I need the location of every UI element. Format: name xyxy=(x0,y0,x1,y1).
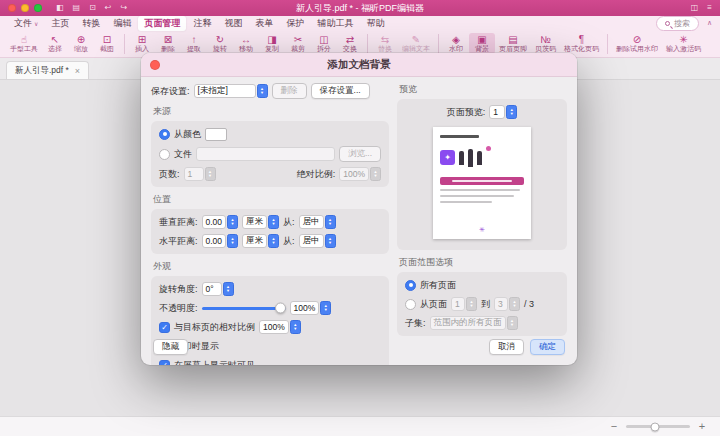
cancel-button[interactable]: 取消 xyxy=(489,339,524,355)
menu-item-accessibility[interactable]: 辅助工具 xyxy=(311,16,359,31)
toolbar-item-remove-trial-watermark[interactable]: ⊘删除试用水印 xyxy=(612,33,662,54)
minimize-window-button[interactable] xyxy=(21,4,29,12)
color-swatch[interactable] xyxy=(205,128,227,141)
ok-button[interactable]: 确定 xyxy=(530,339,565,355)
popup-arrows-icon[interactable] xyxy=(507,316,518,330)
toolbar-item-watermark[interactable]: ◈水印 xyxy=(443,33,469,54)
close-tab-icon[interactable]: × xyxy=(75,66,80,76)
horizontal-distance-stepper[interactable]: 0.00 xyxy=(202,234,239,248)
toolbar-item-swap[interactable]: ⇄交换 xyxy=(337,33,363,54)
dialog-close-button[interactable] xyxy=(150,60,160,70)
from-color-radio[interactable] xyxy=(159,129,170,140)
popup-arrows-icon[interactable] xyxy=(257,84,268,98)
opacity-slider-knob[interactable] xyxy=(275,303,286,314)
flower-mark-icon xyxy=(479,226,485,233)
toolbar-item-hand-tool[interactable]: ☝手型工具 xyxy=(6,33,42,54)
stepper-arrows-icon[interactable] xyxy=(320,301,331,315)
vertical-from-label: 从: xyxy=(283,216,295,229)
range-to-stepper[interactable]: 3 xyxy=(494,297,520,311)
sidebar-toggle-icon[interactable]: ◧ xyxy=(56,4,64,12)
undo-icon[interactable]: ↩ xyxy=(105,4,112,12)
menu-item-convert[interactable]: 转换 xyxy=(76,16,106,31)
opacity-slider[interactable] xyxy=(202,302,286,314)
toolbar-item-delete[interactable]: ⊠删除 xyxy=(155,33,181,54)
zoom-slider[interactable] xyxy=(626,425,690,428)
opacity-stepper[interactable]: 100% xyxy=(290,301,332,315)
toolbar-item-rotate[interactable]: ↻旋转 xyxy=(207,33,233,54)
save-setting-button[interactable]: 保存设置... xyxy=(311,83,370,99)
all-pages-radio[interactable] xyxy=(405,280,416,291)
menu-item-home[interactable]: 主页 xyxy=(45,16,75,31)
rotation-stepper[interactable]: 0° xyxy=(202,282,234,296)
from-file-radio[interactable] xyxy=(159,149,170,160)
stepper-arrows-icon[interactable] xyxy=(205,167,216,181)
subset-popup[interactable]: 范围内的所有页面 xyxy=(430,316,518,330)
stepper-arrows-icon[interactable] xyxy=(227,215,238,229)
fullscreen-window-button[interactable] xyxy=(34,4,42,12)
stepper-arrows-icon[interactable] xyxy=(370,167,381,181)
rotate-icon: ↻ xyxy=(216,34,224,45)
more-options-icon[interactable]: ≡ xyxy=(707,4,712,12)
toolbar-item-insert[interactable]: ⊞插入 xyxy=(129,33,155,54)
menu-item-help[interactable]: 帮助 xyxy=(360,16,390,31)
browse-button[interactable]: 浏览... xyxy=(339,146,381,162)
save-settings-popup[interactable]: [未指定] xyxy=(194,84,268,98)
toolbar-item-replace[interactable]: ⇆替换 xyxy=(372,33,398,54)
toolbar-item-edit-text[interactable]: ✎编辑文本 xyxy=(398,33,434,54)
close-window-button[interactable] xyxy=(8,4,16,12)
menu-item-comment[interactable]: 注释 xyxy=(187,16,217,31)
vertical-from-popup[interactable]: 居中 xyxy=(299,215,336,229)
search-box[interactable]: 搜索 xyxy=(656,16,699,31)
zoom-out-button[interactable]: − xyxy=(608,421,620,432)
toolbar-item-extract[interactable]: ↑提取 xyxy=(181,33,207,54)
abs-scale-stepper[interactable]: 100% xyxy=(339,167,381,181)
window-split-icon[interactable]: ◫ xyxy=(691,4,699,12)
print-icon[interactable]: ⊡ xyxy=(89,4,96,12)
toolbar-item-bates-number[interactable]: №贝茨码 xyxy=(531,33,560,54)
menu-item-view[interactable]: 视图 xyxy=(218,16,248,31)
toolbar-item-move[interactable]: ↔移动 xyxy=(233,33,259,54)
toolbar-item-split[interactable]: ◫拆分 xyxy=(311,33,337,54)
stepper-arrows-icon[interactable] xyxy=(506,105,517,119)
menu-item-page-organize[interactable]: 页面管理 xyxy=(138,16,186,31)
toolbar-item-enter-activation-code[interactable]: ✳输入激活码 xyxy=(662,33,705,54)
hide-button[interactable]: 隐藏 xyxy=(153,339,188,355)
toolbar-item-header-footer[interactable]: ▤页眉页脚 xyxy=(495,33,531,54)
redo-icon[interactable]: ↪ xyxy=(121,4,128,12)
toolbar-item-zoom[interactable]: ⊕缩放 xyxy=(68,33,94,54)
menu-item-file[interactable]: 文件∨ xyxy=(8,16,44,31)
collapse-ribbon-icon[interactable]: ∧ xyxy=(707,19,712,27)
toolbar-item-crop[interactable]: ✂裁剪 xyxy=(285,33,311,54)
toolbar-item-label: 移动 xyxy=(239,45,253,53)
menu-item-edit[interactable]: 编辑 xyxy=(107,16,137,31)
horizontal-from-popup[interactable]: 居中 xyxy=(299,234,336,248)
toolbar-item-copy[interactable]: ◨复制 xyxy=(259,33,285,54)
menu-item-protect[interactable]: 保护 xyxy=(280,16,310,31)
toolbar-item-format-page-number[interactable]: ¶格式化页码 xyxy=(560,33,603,54)
popup-arrows-icon[interactable] xyxy=(325,234,336,248)
toolbar-item-snapshot[interactable]: ⊡截图 xyxy=(94,33,120,54)
popup-arrows-icon[interactable] xyxy=(268,234,279,248)
stepper-arrows-icon[interactable] xyxy=(223,282,234,296)
stepper-arrows-icon[interactable] xyxy=(509,297,520,311)
pages-stepper[interactable]: 1 xyxy=(184,167,216,181)
toolbar-item-background[interactable]: ▣背景 xyxy=(469,33,495,54)
vertical-unit-popup[interactable]: 厘米 xyxy=(242,215,279,229)
zoom-in-button[interactable]: + xyxy=(696,421,708,432)
from-page-radio[interactable] xyxy=(405,299,416,310)
stepper-arrows-icon[interactable] xyxy=(227,234,238,248)
save-icon[interactable]: ▤ xyxy=(73,4,81,12)
delete-setting-button[interactable]: 删除 xyxy=(272,83,307,99)
menu-item-form[interactable]: 表单 xyxy=(249,16,279,31)
toolbar-item-select[interactable]: ↖选择 xyxy=(42,33,68,54)
horizontal-unit-popup[interactable]: 厘米 xyxy=(242,234,279,248)
document-tab[interactable]: 新人引导.pdf * × xyxy=(6,61,89,79)
page-preview-stepper[interactable]: 1 xyxy=(489,105,517,119)
vertical-distance-stepper[interactable]: 0.00 xyxy=(202,215,239,229)
file-path-input[interactable] xyxy=(196,147,335,161)
zoom-slider-knob[interactable] xyxy=(650,422,659,431)
popup-arrows-icon[interactable] xyxy=(325,215,336,229)
stepper-arrows-icon[interactable] xyxy=(466,297,477,311)
range-from-stepper[interactable]: 1 xyxy=(451,297,477,311)
popup-arrows-icon[interactable] xyxy=(268,215,279,229)
